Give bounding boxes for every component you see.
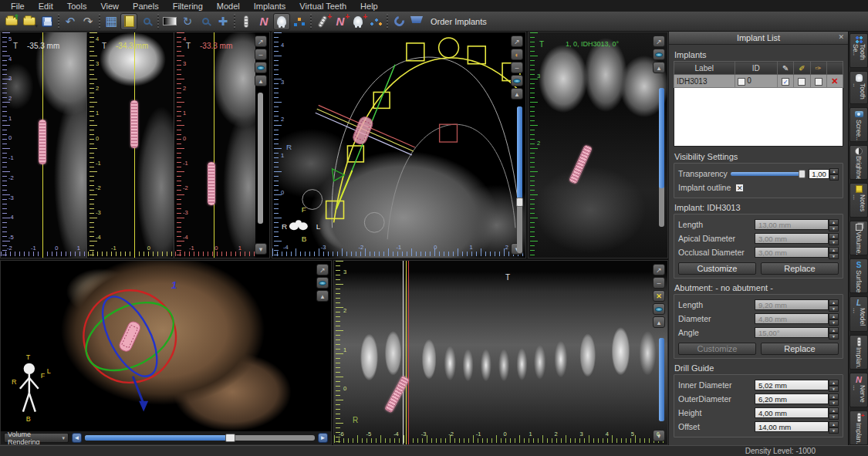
slice-scrollbar[interactable] [258, 93, 263, 224]
menu-tools[interactable]: Tools [61, 2, 93, 11]
tab-brightness[interactable]: Brightne... [849, 145, 868, 180]
implant-graphic[interactable] [39, 120, 46, 164]
spin-down-icon[interactable]: ▼ [829, 414, 839, 420]
spin-up-icon[interactable]: ▲ [829, 299, 839, 306]
filtering-button[interactable] [120, 13, 137, 30]
detach-view-button[interactable]: ↗ [511, 35, 523, 47]
detach-view-button[interactable]: ↗ [316, 264, 329, 275]
zoom-window-button[interactable] [138, 13, 155, 30]
volume-slider[interactable] [85, 435, 315, 441]
spin-up-icon[interactable]: ▲ [829, 327, 839, 333]
menu-file[interactable]: File [5, 2, 31, 11]
spin-down-icon[interactable]: ▼ [829, 319, 839, 326]
zoom-button[interactable] [197, 13, 214, 30]
brush-cell[interactable] [810, 75, 826, 88]
column-id[interactable]: ID [735, 62, 777, 75]
transparency-value[interactable]: 1,00 [809, 169, 829, 179]
spinner[interactable]: ▲▼ [829, 247, 839, 258]
spinner[interactable]: ▲▼ [829, 219, 839, 230]
contrast-view-button[interactable]: ◐ [511, 49, 523, 60]
column-label[interactable]: Label [674, 62, 735, 75]
menu-filtering[interactable]: Filtering [167, 2, 209, 11]
add-implant-button[interactable]: + [314, 13, 331, 30]
order-implants-button[interactable] [408, 13, 425, 30]
render-mode-dropdown[interactable]: Volume Rendering ▾ [4, 433, 69, 443]
replace-button[interactable]: Replace [761, 262, 839, 275]
menu-implants[interactable]: Implants [248, 2, 292, 11]
slice-cursor-line[interactable] [214, 32, 214, 258]
implant-graphic[interactable] [130, 100, 138, 148]
viewport-slices[interactable]: T -35.3 mm 543210-1-2-3-4-5 -2-101 T -34… [0, 32, 270, 258]
add-points-button[interactable] [367, 13, 384, 30]
tab-screenshot[interactable]: Scree... [849, 107, 868, 141]
spinner[interactable]: ▲▼ [829, 327, 839, 338]
spin-up-icon[interactable]: ▲ [829, 313, 839, 319]
offset-field[interactable]: 14,00 mm [755, 421, 829, 432]
spin-up-icon[interactable]: ▲ [829, 394, 839, 400]
spin-down-icon[interactable]: ▼ [829, 386, 839, 392]
tab-tooth-segmentation[interactable]: Tooth Se.. [849, 33, 868, 68]
checkbox[interactable] [815, 78, 822, 86]
delete-cell[interactable]: ✕ [826, 75, 843, 88]
cross-scrollbar[interactable] [659, 88, 664, 227]
collapse-button[interactable]: ▴ [653, 62, 665, 73]
edit-cell[interactable]: ✓ [778, 75, 794, 88]
viewport-panoramic[interactable]: T R 3210 -6-5-4-3-2-10123456 ↗ – ✕ ▴ [333, 260, 668, 445]
spinner[interactable]: ▲▼ [829, 421, 839, 432]
layout-button[interactable]: ▦ [103, 13, 120, 30]
viewport-cross-section[interactable]: T 1, 0, IDH3013, 0° 32 ↗ ▴ [528, 32, 668, 258]
spin-down-icon[interactable]: ▼ [829, 333, 839, 339]
curve-control-square[interactable] [468, 46, 485, 64]
curve-end-handle[interactable] [364, 212, 384, 232]
collapse-button[interactable]: ▴ [511, 88, 523, 100]
view-3d-toggle-button[interactable] [653, 49, 665, 60]
customize-button[interactable]: Customize [678, 262, 756, 275]
tab-implant[interactable]: Implan... [849, 335, 868, 370]
slider-left-button[interactable]: ◄ [72, 433, 82, 443]
cursor-line-white[interactable] [403, 261, 404, 444]
curve-control-circle[interactable] [439, 38, 459, 58]
undo-button[interactable]: ↶ [62, 13, 79, 30]
detach-view-button[interactable]: ↗ [653, 264, 665, 275]
menu-model[interactable]: Model [211, 2, 246, 11]
menu-virtual-teeth[interactable]: Virtual Teeth [293, 2, 353, 11]
slider-right-button[interactable]: ► [318, 433, 328, 443]
close-icon[interactable]: ✕ [838, 33, 844, 41]
spinner[interactable]: ▲▼ [829, 407, 839, 418]
pano-scrollbar[interactable] [659, 338, 664, 421]
implant-tool-button[interactable] [238, 13, 255, 30]
tab-model[interactable]: LModel ... [849, 296, 868, 331]
pin-view-button[interactable]: – [511, 62, 523, 73]
contrast-button[interactable] [161, 13, 178, 30]
implant-id-cell[interactable]: 0 [735, 75, 777, 88]
spin-up-icon[interactable]: ▲ [829, 168, 839, 174]
view-3d-toggle-button[interactable] [511, 75, 523, 86]
pin-view-button[interactable]: – [653, 277, 665, 289]
viewport-3d-volume[interactable]: 1 T R F L B ↗ [0, 260, 332, 445]
collapse-button[interactable]: ▴ [316, 290, 329, 302]
spin-up-icon[interactable]: ▲ [829, 233, 839, 239]
pin-view-button[interactable]: – [255, 49, 267, 60]
column-edit[interactable]: ✎ [778, 62, 794, 75]
tab-volume[interactable]: Volume... [849, 221, 868, 255]
collapse-button[interactable]: ▴ [255, 75, 267, 86]
cursor-line-yellow[interactable] [406, 261, 407, 444]
spinner[interactable]: ▲▼ [829, 394, 839, 404]
spin-down-icon[interactable]: ▼ [829, 225, 839, 231]
pan-button[interactable]: ✚ [214, 13, 231, 30]
menu-help[interactable]: Help [354, 2, 384, 11]
slider-thumb[interactable] [225, 434, 235, 442]
menu-panels[interactable]: Panels [127, 2, 165, 11]
panel-title-bar[interactable]: Implant List ✕ [669, 32, 848, 45]
spinner[interactable]: ▲▼ [829, 233, 839, 244]
spinner[interactable]: ▲▼ [829, 313, 839, 324]
spin-up-icon[interactable]: ▲ [829, 421, 839, 427]
spin-up-icon[interactable]: ▲ [829, 219, 839, 225]
view-3d-toggle-button[interactable] [653, 303, 665, 315]
detach-view-button[interactable]: ↗ [255, 35, 267, 47]
tooth-tool-button[interactable] [273, 13, 290, 30]
tab-tooth[interactable]: Tooth .. [849, 71, 868, 104]
reset-view-button[interactable]: ↻ [179, 13, 196, 30]
add-nerve-button[interactable]: N+ [332, 13, 349, 30]
spin-up-icon[interactable]: ▲ [829, 407, 839, 414]
